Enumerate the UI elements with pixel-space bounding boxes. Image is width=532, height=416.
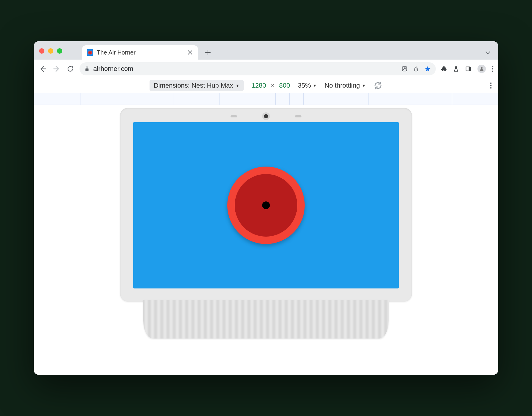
favicon-icon: [87, 49, 93, 56]
lock-icon: [84, 66, 90, 72]
svg-point-4: [481, 67, 483, 69]
emulated-viewport: [34, 105, 498, 375]
forward-button[interactable]: [52, 64, 61, 73]
browser-tab[interactable]: The Air Horner: [82, 45, 198, 60]
navigation-toolbar: airhorner.com: [34, 60, 498, 78]
throttling-value: No throttling: [325, 82, 360, 89]
device-bezel: [120, 108, 412, 302]
tabs-dropdown-button[interactable]: [485, 49, 491, 56]
airhorn-inner-circle: [235, 174, 297, 237]
zoom-value: 35%: [298, 82, 311, 89]
svg-point-8: [490, 83, 492, 84]
address-bar[interactable]: airhorner.com: [80, 62, 436, 75]
maximize-window-button[interactable]: [57, 48, 62, 54]
device-frame-nest-hub-max: [120, 108, 412, 339]
labs-icon[interactable]: [453, 66, 459, 72]
close-window-button[interactable]: [39, 48, 44, 54]
svg-rect-3: [469, 67, 471, 71]
reload-button[interactable]: [66, 64, 75, 73]
camera-icon: [264, 114, 268, 118]
device-sensor-bar: [133, 113, 399, 119]
svg-point-6: [492, 68, 494, 69]
svg-point-9: [490, 85, 492, 86]
bookmark-star-icon[interactable]: [424, 66, 431, 72]
svg-point-7: [492, 70, 494, 72]
tab-title: The Air Horner: [97, 49, 183, 56]
window-controls: [39, 48, 62, 54]
back-button[interactable]: [38, 64, 47, 73]
device-dimensions-label: Dimensions: Nest Hub Max: [154, 82, 233, 89]
dimension-separator: ×: [271, 82, 274, 89]
zoom-dropdown[interactable]: 35% ▼: [298, 82, 317, 89]
caret-down-icon: ▼: [235, 83, 239, 88]
airhorn-center-dot: [262, 201, 270, 209]
new-tab-button[interactable]: [202, 46, 214, 59]
extensions-icon[interactable]: [441, 66, 447, 72]
close-tab-button[interactable]: [187, 49, 193, 56]
page-content[interactable]: [133, 122, 399, 288]
viewport-size: 1280 × 800: [251, 82, 290, 89]
sensor-icon: [295, 115, 301, 117]
caret-down-icon: ▼: [362, 83, 366, 88]
airhorn-button[interactable]: [227, 167, 305, 244]
device-toolbar-menu-button[interactable]: [490, 82, 492, 89]
sensor-icon: [231, 115, 237, 117]
device-speaker-base: [143, 300, 388, 339]
svg-point-10: [490, 87, 492, 89]
side-panel-icon[interactable]: [465, 66, 472, 72]
device-toolbar: Dimensions: Nest Hub Max ▼ 1280 × 800 35…: [34, 78, 498, 93]
share-icon[interactable]: [413, 66, 419, 72]
caret-down-icon: ▼: [313, 83, 317, 88]
throttling-dropdown[interactable]: No throttling ▼: [325, 82, 366, 89]
device-dimensions-dropdown[interactable]: Dimensions: Nest Hub Max ▼: [150, 80, 244, 91]
svg-rect-0: [85, 68, 89, 71]
viewport-height-input[interactable]: 800: [279, 82, 290, 89]
media-query-ruler[interactable]: [34, 93, 498, 105]
rotate-device-button[interactable]: [374, 81, 382, 90]
svg-point-5: [492, 66, 494, 67]
install-pwa-icon[interactable]: [401, 66, 408, 72]
viewport-width-input[interactable]: 1280: [251, 82, 266, 89]
tab-strip: The Air Horner: [34, 41, 498, 60]
chrome-menu-button[interactable]: [492, 66, 494, 72]
url-text: airhorner.com: [93, 65, 398, 73]
profile-avatar[interactable]: [477, 65, 486, 73]
extension-icons: [441, 65, 494, 73]
minimize-window-button[interactable]: [48, 48, 53, 54]
browser-window: The Air Horner airhorner.com: [34, 41, 498, 375]
